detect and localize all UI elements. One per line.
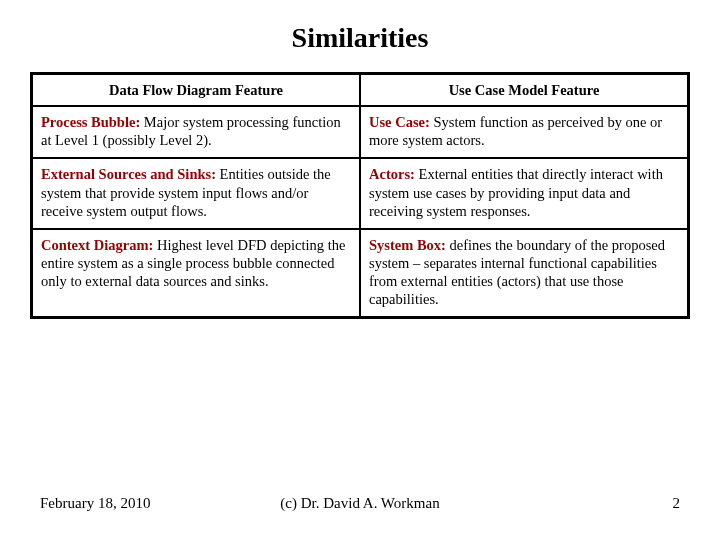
header-right: Use Case Model Feature: [360, 74, 689, 107]
cell-right-0: Use Case: System function as perceived b…: [360, 106, 689, 158]
table-header-row: Data Flow Diagram Feature Use Case Model…: [32, 74, 689, 107]
table-row: Process Bubble: Major system processing …: [32, 106, 689, 158]
footer-page-number: 2: [673, 495, 681, 512]
comparison-table-wrap: Data Flow Diagram Feature Use Case Model…: [30, 72, 690, 319]
term: Actors:: [369, 166, 415, 182]
table-row: External Sources and Sinks: Entities out…: [32, 158, 689, 228]
slide-footer: February 18, 2010 (c) Dr. David A. Workm…: [0, 495, 720, 512]
comparison-table: Data Flow Diagram Feature Use Case Model…: [30, 72, 690, 319]
header-left: Data Flow Diagram Feature: [32, 74, 361, 107]
footer-date: February 18, 2010: [40, 495, 150, 512]
term: Use Case:: [369, 114, 430, 130]
cell-right-1: Actors: External entities that directly …: [360, 158, 689, 228]
slide-title: Similarities: [0, 22, 720, 54]
cell-left-2: Context Diagram: Highest level DFD depic…: [32, 229, 361, 318]
term: External Sources and Sinks:: [41, 166, 216, 182]
cell-right-2: System Box: defines the boundary of the …: [360, 229, 689, 318]
cell-left-0: Process Bubble: Major system processing …: [32, 106, 361, 158]
term: Context Diagram:: [41, 237, 153, 253]
term: System Box:: [369, 237, 446, 253]
table-row: Context Diagram: Highest level DFD depic…: [32, 229, 689, 318]
term: Process Bubble:: [41, 114, 140, 130]
cell-left-1: External Sources and Sinks: Entities out…: [32, 158, 361, 228]
